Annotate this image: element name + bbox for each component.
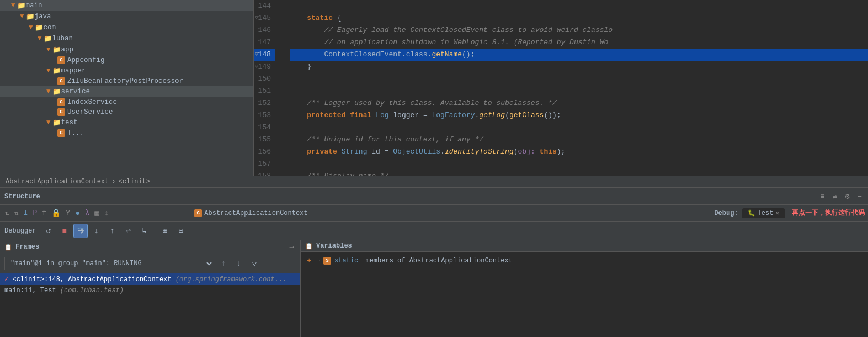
class-icon-indexservice: C [57, 98, 65, 106]
code-line-149: } [290, 61, 868, 73]
code-line-152: /** Logger used by this class. Available… [290, 97, 868, 109]
code-line-150 [290, 73, 868, 85]
line-num-146: 146 [254, 24, 275, 36]
toggle-fields-btn[interactable]: I [22, 208, 30, 218]
line-num-155: 155 [254, 134, 275, 146]
frames-panel-header: 📋 Frames → [0, 240, 300, 254]
toggle-lambda-btn[interactable]: λ [83, 208, 91, 218]
sort-alpha-btn[interactable]: ⇅ [3, 208, 11, 218]
frame-item-1[interactable]: main:11, Test (com.luban.test) [0, 285, 300, 296]
debug-runtocrsr-btn[interactable]: ↩ [121, 224, 136, 238]
toggle-funcs-btn[interactable]: f [40, 208, 48, 218]
debug-rerun-btn[interactable]: ↺ [41, 224, 56, 238]
main-container: ▼ 📁 main ▼ 📁 java ▼ 📁 com ▼ 📁 luban ▼ [0, 0, 868, 337]
debug-stepout-btn[interactable]: ↑ [105, 224, 120, 238]
line-num-152: 152 [254, 97, 275, 109]
breadcrumb-child[interactable]: <clinit> [118, 178, 150, 186]
breadcrumb-bar: AbstractApplicationContext › <clinit> [0, 176, 868, 188]
debug-panels: 📋 Frames → "main"@1 in group "main": RUN… [0, 240, 868, 337]
frames-content: ✓ <clinit>:148, AbstractApplicationConte… [0, 273, 300, 337]
breadcrumb-separator: › [111, 178, 115, 186]
debug-tab-label: Test [758, 209, 774, 217]
debug-tab-close[interactable]: ✕ [775, 209, 779, 217]
code-line-151 [290, 85, 868, 97]
var-value-static: members of AbstractApplicationContext [361, 257, 513, 265]
code-area: 144 ▽ 145 146 147 ▽ 148 ▽ 149 15 [254, 0, 868, 176]
code-line-156: private String id = ObjectUtils.identity… [290, 146, 868, 158]
tree-item-service[interactable]: ▼ 📁 service [0, 86, 253, 97]
fold-indicator-145: ▽ [255, 12, 258, 24]
class-icon-userservice: C [57, 108, 65, 116]
line-num-148: ▽ 148 [254, 49, 275, 61]
folder-icon-app: 📁 [52, 45, 61, 54]
tree-item-indexservice[interactable]: C IndexService [0, 97, 253, 107]
line-num-151: 151 [254, 85, 275, 97]
variables-title: Variables [316, 242, 352, 250]
structure-settings-btn[interactable]: ⚙ [843, 191, 851, 202]
debug-stop-btn[interactable]: ■ [57, 224, 72, 238]
line-num-153: 153 [254, 109, 275, 122]
tree-item-mapper[interactable]: ▼ 📁 mapper [0, 65, 253, 76]
toolbar-separator-1 [155, 225, 155, 236]
tree-item-com[interactable]: ▼ 📁 com [0, 22, 253, 33]
debugger-label[interactable]: Debugger [4, 227, 36, 235]
frame-up-btn[interactable]: ↑ [216, 256, 231, 271]
folder-icon-main: 📁 [17, 1, 26, 10]
toggle-props-btn[interactable]: P [31, 208, 39, 218]
debug-stepinto-btn[interactable]: ↓ [89, 224, 104, 238]
breadcrumb-class[interactable]: AbstractApplicationContext [6, 178, 109, 186]
stepover-icon [76, 226, 86, 236]
frame-select[interactable]: "main"@1 in group "main": RUNNING [4, 257, 214, 270]
line-num-149: ▽ 149 [254, 61, 275, 73]
code-line-148: ContextClosedEvent.class.getName(); [290, 49, 868, 61]
variables-panel: 📋 Variables + → S static members of Abst… [301, 240, 868, 337]
line-num-158: 158 [254, 170, 275, 176]
line-num-154: 154 [254, 122, 275, 134]
var-icon-static: S [323, 257, 331, 265]
tree-item-java[interactable]: ▼ 📁 java [0, 11, 253, 22]
frame-down-btn[interactable]: ↓ [232, 256, 246, 271]
tree-item-testclass[interactable]: C T... [0, 128, 253, 138]
line-num-150: 150 [254, 73, 275, 85]
tree-item-userservice[interactable]: C UserService [0, 107, 253, 117]
tree-item-test[interactable]: ▼ 📁 test [0, 117, 253, 128]
toggle-lock-btn[interactable]: 🔒 [50, 208, 62, 218]
debug-frames-btn[interactable]: ⊞ [158, 224, 172, 238]
code-content[interactable]: static { // Eagerly load the ContextClos… [281, 0, 868, 176]
line-num-144: 144 [254, 0, 275, 12]
debug-eval-btn[interactable]: ↳ [137, 224, 152, 238]
frame-selector-row: "main"@1 in group "main": RUNNING ↑ ↓ ▽ [0, 254, 300, 273]
structure-align-btn[interactable]: ≡ [818, 192, 826, 202]
frames-panel-icons: → [288, 242, 296, 252]
tree-item-zilubf[interactable]: C ZiluBeanFactoryPostProcessor [0, 76, 253, 86]
toggle-visibility-btn[interactable]: Y [64, 208, 72, 218]
annotation-text: 再点一下，执行这行代码 [792, 208, 865, 218]
code-line-153: protected final Log logger = LogFactory.… [290, 109, 868, 122]
frame-filter-btn[interactable]: ▽ [247, 256, 262, 271]
code-line-146: // Eagerly load the ContextClosedEvent c… [290, 24, 868, 36]
structure-class-label: AbstractApplicationContext [204, 209, 307, 217]
debug-threads-btn[interactable]: ⊟ [174, 224, 188, 238]
debug-stepover-btn[interactable] [73, 224, 88, 238]
frames-title: Frames [15, 243, 39, 251]
var-row-static: + → S static members of AbstractApplicat… [305, 254, 864, 267]
tree-item-luban[interactable]: ▼ 📁 luban [0, 33, 253, 44]
code-editor: 144 ▽ 145 146 147 ▽ 148 ▽ 149 15 [254, 0, 868, 176]
structure-close-btn[interactable]: − [856, 192, 864, 202]
frames-panel: 📋 Frames → "main"@1 in group "main": RUN… [0, 240, 301, 337]
structure-sort-btn[interactable]: ⇌ [831, 191, 839, 202]
tree-item-app[interactable]: ▼ 📁 app [0, 44, 253, 55]
frames-expand-btn[interactable]: → [288, 242, 296, 252]
class-icon-abstract: C [194, 209, 202, 217]
toggle-filter-btn[interactable]: ▦ [93, 208, 100, 218]
structure-title: Structure [4, 193, 40, 201]
var-expand-static[interactable]: + [305, 256, 313, 266]
tree-item-appconfig[interactable]: C Appconfig [0, 55, 253, 65]
sort-num-btn[interactable]: ⇅ [13, 208, 20, 218]
tree-item-main[interactable]: ▼ 📁 main [0, 0, 253, 11]
debug-tab-test[interactable]: 🐛 Test ✕ [742, 208, 785, 218]
frame-item-0[interactable]: ✓ <clinit>:148, AbstractApplicationConte… [0, 273, 300, 285]
toggle-circle-btn[interactable]: ● [74, 208, 82, 218]
folder-icon-com: 📁 [35, 23, 44, 32]
toggle-expand-btn[interactable]: ↕ [103, 208, 110, 218]
